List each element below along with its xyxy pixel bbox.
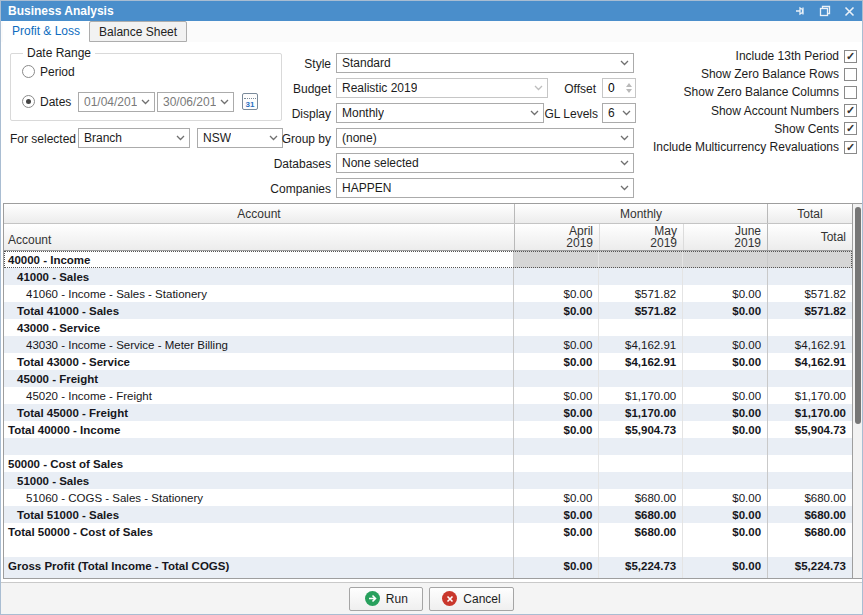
spinner-arrows-icon[interactable] bbox=[626, 83, 632, 93]
table-row[interactable]: Total 45000 - Freight$0.00$1,170.00$0.00… bbox=[4, 404, 852, 421]
account-cell: Total 45000 - Freight bbox=[4, 404, 513, 421]
chevron-down-icon bbox=[141, 99, 150, 105]
tab-balance-sheet[interactable]: Balance Sheet bbox=[89, 21, 187, 42]
scrollbar-thumb[interactable] bbox=[855, 207, 861, 424]
table-row[interactable]: 41060 - Income - Sales - Stationery$0.00… bbox=[4, 285, 852, 302]
table-row[interactable]: Total 40000 - Income$0.00$5,904.73$0.00$… bbox=[4, 421, 852, 438]
value-cell: $1,170.00 bbox=[598, 387, 682, 404]
value-cell bbox=[767, 319, 852, 336]
run-button-label: Run bbox=[386, 592, 408, 606]
group-header-total[interactable]: Total bbox=[767, 204, 852, 223]
dates-radio-label[interactable]: Dates bbox=[40, 95, 71, 109]
table-row[interactable]: 51000 - Sales bbox=[4, 472, 852, 489]
value-cell bbox=[682, 472, 767, 489]
table-row[interactable] bbox=[4, 438, 852, 455]
checkbox-label: Include 13th Period bbox=[736, 49, 839, 63]
option-checkbox-row[interactable]: Show Cents✓ bbox=[774, 122, 857, 136]
account-cell: 43030 - Income - Service - Meter Billing bbox=[4, 336, 513, 353]
column-header-month[interactable]: May2019 bbox=[599, 224, 683, 250]
period-radio-label[interactable]: Period bbox=[40, 65, 75, 79]
table-row[interactable]: Total 41000 - Sales$0.00$571.82$0.00$571… bbox=[4, 302, 852, 319]
pin-icon[interactable] bbox=[795, 5, 807, 17]
checkbox[interactable] bbox=[844, 68, 857, 81]
group-by-select[interactable]: (none) bbox=[336, 128, 634, 148]
value-cell bbox=[598, 455, 682, 472]
offset-stepper[interactable]: 0 bbox=[602, 78, 636, 98]
value-cell bbox=[513, 574, 598, 579]
option-checkbox-row[interactable]: Include 13th Period✓ bbox=[736, 49, 857, 63]
checkbox-label: Show Zero Balance Columns bbox=[684, 85, 839, 99]
run-button[interactable]: Run bbox=[349, 587, 423, 611]
date-from-select[interactable]: 01/04/2019 bbox=[78, 92, 155, 112]
value-cell bbox=[682, 438, 767, 455]
column-header-total[interactable]: Total bbox=[767, 224, 852, 250]
table-row[interactable]: Total 50000 - Cost of Sales$0.00$680.00$… bbox=[4, 523, 852, 540]
table-row[interactable]: 43000 - Service bbox=[4, 319, 852, 336]
date-to-select[interactable]: 30/06/2019 bbox=[157, 92, 234, 112]
table-row[interactable]: 45000 - Freight bbox=[4, 370, 852, 387]
restore-icon[interactable] bbox=[819, 5, 831, 17]
value-cell bbox=[513, 268, 598, 285]
value-cell: $0.00 bbox=[682, 421, 767, 438]
table-row[interactable]: Total 51000 - Sales$0.00$680.00$0.00$680… bbox=[4, 506, 852, 523]
table-row[interactable]: 40000 - Income bbox=[4, 251, 852, 268]
databases-select[interactable]: None selected bbox=[336, 153, 634, 173]
table-row[interactable]: 41000 - Sales bbox=[4, 268, 852, 285]
value-cell bbox=[513, 540, 598, 557]
cancel-button[interactable]: Cancel bbox=[429, 587, 513, 611]
style-select[interactable]: Standard bbox=[336, 53, 634, 73]
column-header-account[interactable]: Account bbox=[4, 224, 514, 250]
gl-levels-select[interactable]: 6 bbox=[602, 103, 636, 123]
account-cell: Total 40000 - Income bbox=[4, 421, 513, 438]
value-cell bbox=[682, 455, 767, 472]
checkbox[interactable] bbox=[844, 86, 857, 99]
checkbox-label: Include Multicurrency Revaluations bbox=[653, 140, 839, 154]
tab-profit-and-loss[interactable]: Profit & Loss bbox=[3, 21, 89, 42]
window-title: Business Analysis bbox=[8, 4, 114, 18]
checkbox[interactable]: ✓ bbox=[844, 104, 857, 117]
column-header-month[interactable]: April2019 bbox=[514, 224, 599, 250]
run-arrow-icon bbox=[365, 591, 380, 606]
account-cell: Total 50000 - Cost of Sales bbox=[4, 523, 513, 540]
chevron-down-icon bbox=[620, 160, 629, 166]
group-header-account[interactable]: Account bbox=[4, 204, 514, 223]
table-row[interactable]: 51060 - COGS - Sales - Stationery$0.00$6… bbox=[4, 489, 852, 506]
checkbox[interactable]: ✓ bbox=[844, 141, 857, 154]
table-row[interactable] bbox=[4, 540, 852, 557]
value-cell bbox=[767, 438, 852, 455]
period-radio[interactable] bbox=[22, 65, 35, 78]
display-select[interactable]: Monthly bbox=[336, 103, 544, 123]
table-row[interactable]: Total 43000 - Service$0.00$4,162.91$0.00… bbox=[4, 353, 852, 370]
checkbox[interactable]: ✓ bbox=[844, 50, 857, 63]
table-row[interactable]: 43030 - Income - Service - Meter Billing… bbox=[4, 336, 852, 353]
budget-select[interactable]: Realistic 2019 bbox=[336, 78, 548, 98]
value-cell: $0.00 bbox=[682, 523, 767, 540]
option-checkbox-row[interactable]: Show Zero Balance Rows bbox=[701, 67, 857, 81]
group-header-monthly[interactable]: Monthly bbox=[514, 204, 767, 223]
option-checkbox-row[interactable]: Show Account Numbers✓ bbox=[711, 104, 857, 118]
table-row[interactable]: Gross Profit (Total Income - Total COGS)… bbox=[4, 557, 852, 574]
value-cell: $680.00 bbox=[767, 523, 852, 540]
value-cell: $680.00 bbox=[767, 489, 852, 506]
value-cell bbox=[682, 268, 767, 285]
value-cell: $5,224.73 bbox=[767, 557, 852, 574]
value-cell: $0.00 bbox=[682, 285, 767, 302]
table-row[interactable] bbox=[4, 574, 852, 579]
value-cell: $0.00 bbox=[513, 336, 598, 353]
table-vertical-scrollbar[interactable] bbox=[853, 203, 863, 579]
column-header-month[interactable]: June2019 bbox=[683, 224, 767, 250]
value-cell bbox=[598, 319, 682, 336]
account-cell: 51000 - Sales bbox=[4, 472, 513, 489]
table-row[interactable]: 50000 - Cost of Sales bbox=[4, 455, 852, 472]
for-selected-type-select[interactable]: Branch bbox=[78, 128, 190, 148]
dates-radio[interactable] bbox=[22, 95, 35, 108]
value-cell: $4,162.91 bbox=[767, 353, 852, 370]
checkbox[interactable]: ✓ bbox=[844, 122, 857, 135]
companies-select[interactable]: HAPPEN bbox=[336, 178, 634, 198]
table-row[interactable]: 45020 - Income - Freight$0.00$1,170.00$0… bbox=[4, 387, 852, 404]
option-checkbox-row[interactable]: Include Multicurrency Revaluations✓ bbox=[653, 140, 857, 154]
close-icon[interactable] bbox=[843, 5, 855, 17]
value-cell: $680.00 bbox=[598, 523, 682, 540]
value-cell: $0.00 bbox=[682, 557, 767, 574]
option-checkbox-row[interactable]: Show Zero Balance Columns bbox=[684, 85, 857, 99]
